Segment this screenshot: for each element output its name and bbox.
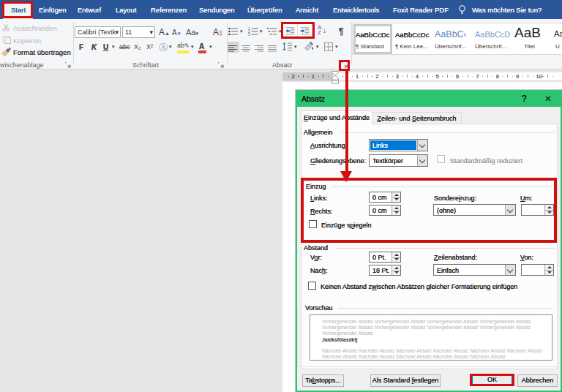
svg-text:3: 3 [248, 33, 250, 37]
